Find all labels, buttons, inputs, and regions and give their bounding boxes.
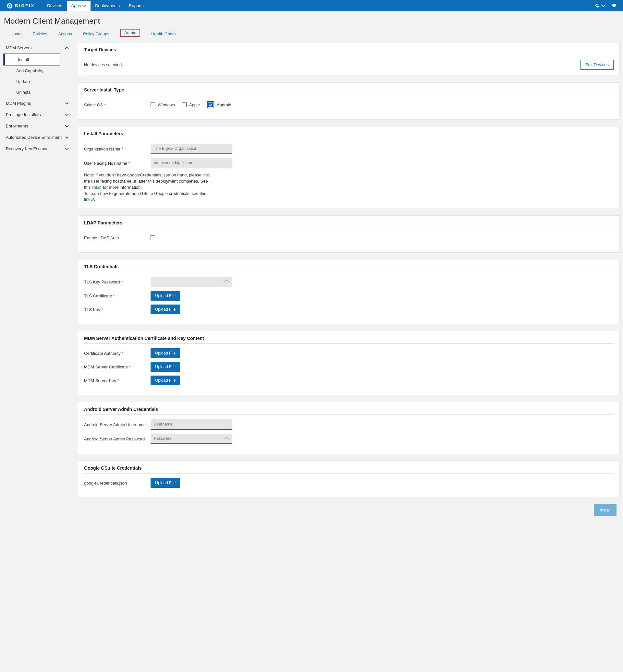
chevron-down-icon bbox=[82, 4, 86, 8]
card-android-cred: Android Server Admin Credentials Android… bbox=[78, 402, 620, 454]
chevron-down-icon bbox=[65, 124, 69, 128]
os-apple-option[interactable]: Apple bbox=[182, 102, 200, 108]
android-cred-title: Android Server Admin Credentials bbox=[84, 407, 614, 415]
tls-password-input[interactable] bbox=[151, 277, 232, 287]
target-devices-title: Target Devices bbox=[84, 47, 614, 55]
checkbox-icon bbox=[151, 102, 155, 107]
gear-icon bbox=[595, 3, 600, 8]
sidebar-item-uninstall[interactable]: Uninstall bbox=[3, 87, 71, 98]
sidebar-mdm-plugins[interactable]: MDM Plugins bbox=[3, 98, 71, 109]
chevron-down-icon bbox=[601, 3, 606, 8]
mdm-key-upload-button[interactable]: Upload File bbox=[151, 375, 180, 385]
checkbox-checked-icon bbox=[208, 102, 213, 107]
ldap-checkbox[interactable] bbox=[151, 236, 155, 240]
sidebar-enrollments[interactable]: Enrollments bbox=[3, 120, 71, 132]
card-install-parameters: Install Parameters Organization Name * U… bbox=[78, 126, 620, 209]
card-server-install-type: Server Install Type Select OS * Windows … bbox=[78, 82, 620, 120]
install-note: Note: If you don't have googleCredential… bbox=[84, 172, 211, 203]
tab-policies[interactable]: Policies bbox=[33, 30, 48, 38]
chevron-down-icon bbox=[65, 101, 69, 105]
tab-policy-groups[interactable]: Policy Groups bbox=[83, 30, 109, 38]
chevron-up-icon bbox=[65, 46, 69, 50]
mdm-cert-upload-button[interactable]: Upload File bbox=[151, 362, 180, 372]
chevron-down-icon bbox=[65, 147, 69, 151]
sidebar-prestage[interactable]: Prestage Installers bbox=[3, 109, 71, 120]
sidebar-item-add-capability[interactable]: Add Capability bbox=[3, 65, 71, 76]
card-mdm-auth: MDM Server Authentication Certificate an… bbox=[78, 331, 620, 395]
android-highlight bbox=[207, 101, 214, 108]
sidebar-mdm-servers[interactable]: MDM Servers bbox=[3, 42, 71, 54]
brand-logo-icon bbox=[6, 3, 13, 9]
android-username-input[interactable] bbox=[151, 419, 232, 430]
top-bar: BIGFIX Devices Apps Deployments Reports bbox=[0, 0, 623, 11]
main-content: Target Devices No devices selected. Edit… bbox=[78, 42, 620, 516]
eye-off-icon[interactable] bbox=[224, 279, 229, 284]
mdm-auth-title: MDM Server Authentication Certificate an… bbox=[84, 336, 614, 344]
nav-deployments[interactable]: Deployments bbox=[91, 1, 124, 11]
gsuite-upload-button[interactable]: Upload File bbox=[151, 478, 180, 488]
sub-tabs: Home Policies Actions Policy Groups Admi… bbox=[0, 29, 623, 38]
hostname-input[interactable] bbox=[151, 158, 232, 168]
server-install-type-title: Server Install Type bbox=[84, 87, 614, 95]
settings-menu[interactable] bbox=[595, 3, 606, 8]
sidebar: MDM Servers Install Add Capability Updat… bbox=[3, 42, 71, 154]
tab-health-check[interactable]: Health Check bbox=[151, 30, 177, 38]
brand: BIGFIX bbox=[6, 3, 35, 9]
no-devices-text: No devices selected. bbox=[84, 62, 123, 67]
external-link-icon bbox=[98, 185, 101, 189]
page-title: Modern Client Management bbox=[0, 11, 623, 29]
tab-admin[interactable]: Admin bbox=[124, 29, 136, 36]
svg-point-2 bbox=[9, 5, 11, 6]
top-nav: Devices Apps Deployments Reports bbox=[42, 1, 148, 11]
note-link-2[interactable]: link bbox=[84, 197, 94, 202]
card-tls: TLS Credentials TLS Key Password * TLS C… bbox=[78, 259, 620, 324]
nav-devices[interactable]: Devices bbox=[42, 1, 66, 11]
ldap-title: LDAP Parameters bbox=[84, 220, 614, 228]
note-link-1[interactable]: link bbox=[92, 185, 102, 190]
sidebar-auto-enroll[interactable]: Automated Device Enrollment bbox=[3, 132, 71, 143]
power-button[interactable] bbox=[612, 3, 617, 9]
gsuite-title: Google GSuite Credentials bbox=[84, 465, 614, 474]
checkbox-icon bbox=[182, 102, 186, 107]
tls-cert-upload-button[interactable]: Upload File bbox=[151, 291, 180, 301]
tls-key-upload-button[interactable]: Upload File bbox=[151, 305, 180, 314]
tab-admin-highlight: Admin bbox=[120, 29, 140, 37]
nav-apps[interactable]: Apps bbox=[67, 1, 91, 11]
card-target-devices: Target Devices No devices selected. Edit… bbox=[78, 42, 620, 76]
sidebar-install-highlight: Install bbox=[3, 54, 60, 65]
nav-reports[interactable]: Reports bbox=[124, 1, 148, 11]
sidebar-item-install[interactable]: Install bbox=[4, 54, 60, 65]
sidebar-item-update[interactable]: Update bbox=[3, 76, 71, 87]
card-gsuite: Google GSuite Credentials googleCredenti… bbox=[78, 461, 620, 498]
card-ldap: LDAP Parameters Enable LDAP Auth bbox=[78, 215, 620, 253]
os-android-option[interactable]: Android bbox=[207, 101, 231, 108]
chevron-down-icon bbox=[65, 113, 69, 117]
external-link-icon bbox=[91, 197, 94, 201]
edit-devices-button[interactable]: Edit Devices bbox=[581, 60, 614, 70]
sidebar-recovery[interactable]: Recovery Key Escrow bbox=[3, 143, 71, 154]
org-name-input[interactable] bbox=[151, 144, 232, 154]
android-password-input[interactable] bbox=[151, 434, 232, 444]
os-windows-option[interactable]: Windows bbox=[151, 102, 175, 108]
install-button[interactable]: Install bbox=[594, 504, 617, 516]
tab-actions[interactable]: Actions bbox=[58, 30, 72, 38]
ca-upload-button[interactable]: Upload File bbox=[151, 348, 180, 358]
tls-title: TLS Credentials bbox=[84, 264, 614, 272]
eye-off-icon[interactable] bbox=[224, 436, 229, 441]
tab-home[interactable]: Home bbox=[10, 30, 22, 38]
power-icon bbox=[612, 3, 617, 8]
chevron-down-icon bbox=[65, 135, 69, 140]
install-params-title: Install Parameters bbox=[84, 131, 614, 139]
